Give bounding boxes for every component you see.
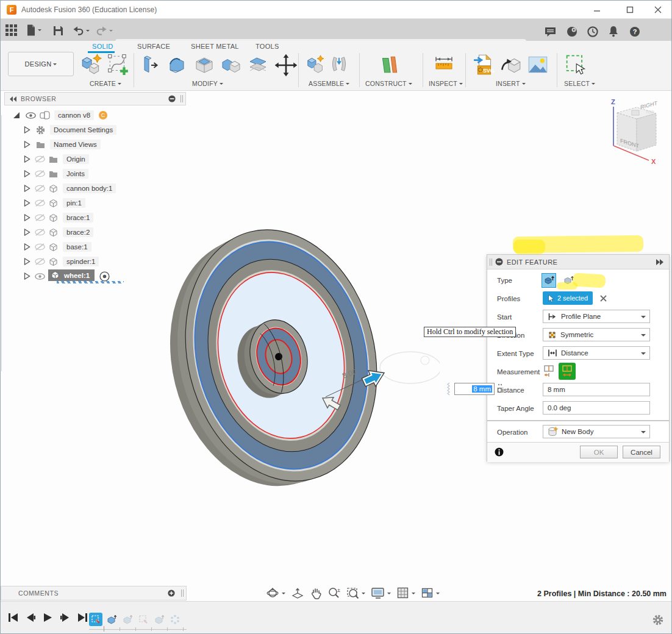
timeline-extrude1[interactable] [105, 613, 118, 626]
tree-row-document-settings[interactable]: Document Settings [24, 124, 116, 136]
tree-row-pin[interactable]: pin:1 [24, 197, 85, 209]
create-group-label[interactable]: CREATE [90, 80, 121, 87]
insert-svg-icon[interactable]: SVG [473, 53, 496, 76]
floating-dimension-input[interactable]: 8 mm [447, 382, 503, 396]
collapse-arrow-icon[interactable] [24, 214, 30, 221]
modify-group-label[interactable]: MODIFY [192, 80, 223, 87]
go-to-start-icon[interactable] [8, 613, 18, 622]
collapse-arrow-icon[interactable] [24, 258, 30, 265]
undo-icon[interactable] [73, 23, 90, 38]
go-to-end-icon[interactable] [77, 613, 88, 622]
collapse-arrow-icon[interactable] [24, 229, 30, 236]
panel-grip[interactable] [181, 589, 184, 597]
profiles-selected-button[interactable]: 2 selected [543, 291, 593, 305]
file-menu-icon[interactable] [26, 22, 41, 38]
tree-item-label[interactable]: brace:2 [63, 227, 93, 237]
viewport-canvas[interactable]: BROWSER cannon v8 C Document Settings Na… [1, 91, 672, 601]
orbit-icon[interactable] [266, 586, 285, 600]
tree-row-base[interactable]: base:1 [24, 241, 91, 253]
tree-row-spinder[interactable]: spinder:1 [24, 255, 99, 268]
shell-icon[interactable] [193, 54, 215, 76]
timeline-settings-gear-icon[interactable] [652, 614, 664, 626]
tree-item-label[interactable]: wheel:1 [64, 272, 90, 279]
collapse-arrow-icon[interactable] [24, 243, 30, 251]
app-grid-icon[interactable] [5, 22, 17, 38]
display-settings-icon[interactable] [371, 586, 391, 600]
tree-row-origin[interactable]: Origin [24, 153, 89, 165]
inspect-group-label[interactable]: INSPECT [429, 80, 463, 87]
hub-status-badge[interactable]: C [99, 111, 107, 119]
assemble-group-label[interactable]: ASSEMBLE [309, 80, 349, 87]
collapse-arrow-icon[interactable] [24, 272, 30, 280]
eye-visible-icon[interactable] [35, 273, 45, 280]
new-body-icon[interactable] [80, 53, 103, 76]
tree-item-label[interactable]: Joints [63, 169, 88, 179]
distance-input[interactable]: 8 mm [543, 383, 650, 396]
drag-handle-icon[interactable] [447, 382, 452, 396]
collapse-arrow-icon[interactable] [24, 199, 30, 207]
collapse-arrow-icon[interactable] [24, 141, 30, 148]
tab-solid[interactable]: SOLID [92, 43, 113, 50]
help-icon[interactable]: ? [629, 24, 640, 40]
tree-item-label[interactable]: brace:1 [63, 213, 93, 223]
timeline-extrude2-suppressed[interactable] [121, 613, 134, 626]
eye-hidden-icon[interactable] [35, 214, 45, 221]
extensions-icon[interactable] [567, 24, 577, 40]
extent-type-dropdown[interactable]: Distance [543, 346, 650, 360]
look-at-icon[interactable] [291, 586, 304, 600]
measurement-whole-option-selected[interactable] [559, 363, 576, 380]
timeline-extrude3-suppressed[interactable] [152, 613, 166, 626]
insert-canvas-icon[interactable] [526, 53, 549, 76]
split-body-icon[interactable] [247, 54, 269, 76]
construct-group-label[interactable]: CONSTRUCT [365, 80, 412, 87]
timeline-sketch1-selected[interactable] [89, 613, 102, 626]
tab-tools[interactable]: TOOLS [256, 43, 279, 50]
close-window-button[interactable] [648, 2, 668, 17]
tree-row-root[interactable]: cannon v8 C [13, 109, 107, 121]
redo-icon[interactable] [96, 23, 113, 38]
save-icon[interactable] [53, 23, 63, 38]
view-cube[interactable]: TOP FRONT RIGHT Z X [595, 97, 670, 165]
press-pull-icon[interactable] [140, 54, 162, 76]
collapse-arrow-icon[interactable] [24, 170, 30, 177]
expand-arrow-icon[interactable] [13, 112, 20, 119]
tab-sheet-metal[interactable]: SHEET METAL [191, 43, 239, 50]
root-label[interactable]: cannon v8 [54, 110, 94, 120]
eye-hidden-icon[interactable] [35, 170, 45, 177]
extrude-type-selected[interactable] [542, 273, 556, 288]
hide-browser-icon[interactable] [168, 95, 176, 102]
timeline-sketch2-suppressed[interactable] [137, 613, 150, 626]
tree-item-label[interactable]: cannon body:1 [63, 183, 116, 193]
zoom-window-icon[interactable] [346, 586, 365, 600]
info-icon[interactable] [495, 447, 504, 457]
activate-radio-icon[interactable] [99, 271, 110, 282]
job-status-clock-icon[interactable] [587, 24, 598, 40]
viewports-icon[interactable] [421, 586, 440, 600]
eye-visible-icon[interactable] [26, 112, 36, 119]
tree-row-brace2[interactable]: brace:2 [24, 226, 93, 238]
cancel-button[interactable]: Cancel [623, 446, 660, 458]
tree-item-label[interactable]: base:1 [63, 242, 91, 252]
expand-comments-icon[interactable] [168, 589, 175, 597]
direction-dropdown[interactable]: Symmetric [543, 328, 650, 341]
timeline-pattern-suppressed[interactable] [168, 613, 182, 626]
tree-item-label[interactable]: pin:1 [63, 198, 85, 208]
select-icon[interactable] [563, 53, 587, 77]
eye-hidden-icon[interactable] [35, 229, 45, 236]
measurement-half-option[interactable] [542, 363, 556, 379]
tree-row-named-views[interactable]: Named Views [24, 138, 101, 151]
select-group-label[interactable]: SELECT [564, 80, 595, 87]
pan-icon[interactable] [310, 586, 322, 600]
ok-button[interactable]: OK [580, 446, 618, 458]
timeline-position-marker[interactable] [104, 626, 104, 632]
minimize-button[interactable] [587, 2, 607, 17]
eye-hidden-icon[interactable] [35, 185, 45, 192]
eye-hidden-icon[interactable] [35, 243, 45, 251]
clear-selection-icon[interactable] [600, 295, 607, 302]
tree-row-cannon-body[interactable]: cannon body:1 [24, 182, 116, 194]
step-back-icon[interactable] [26, 613, 36, 622]
collapse-panel-icon[interactable] [10, 96, 17, 102]
step-forward-icon[interactable] [60, 613, 70, 622]
maximize-button[interactable] [620, 2, 640, 17]
tree-item-label[interactable]: Document Settings [50, 125, 116, 135]
